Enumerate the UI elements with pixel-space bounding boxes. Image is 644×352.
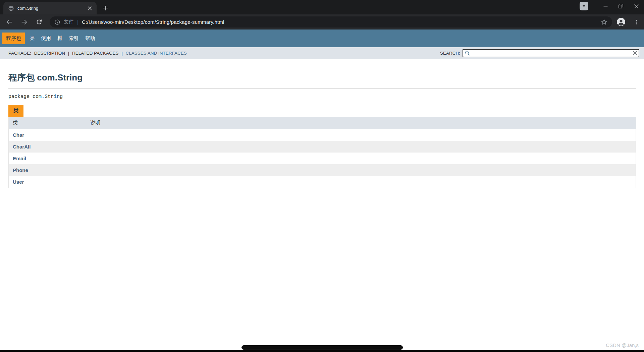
globe-favicon-icon	[8, 5, 14, 11]
class-link-email[interactable]: Email	[13, 156, 26, 161]
table-row: Char	[9, 129, 636, 141]
class-description	[86, 141, 636, 153]
javadoc-navbar: 程序包 类 使用 树 索引 帮助	[0, 30, 644, 47]
package-declaration: package com.String	[8, 94, 636, 100]
class-summary-section: 类 类 说明 Char CharAll Email	[8, 105, 636, 188]
table-caption-tab: 类	[8, 105, 23, 117]
table-header-row: 类 说明	[9, 117, 636, 129]
nav-item-index[interactable]: 索引	[68, 34, 79, 43]
tab-title: com.String	[17, 6, 87, 11]
nav-item-package: 程序包	[2, 33, 25, 44]
reload-icon[interactable]	[33, 16, 45, 28]
new-tab-button[interactable]	[101, 4, 110, 12]
minimize-button[interactable]	[598, 0, 613, 12]
search-label: SEARCH:	[440, 51, 460, 56]
browser-menu-kebab-icon[interactable]	[632, 18, 640, 26]
class-description	[86, 176, 636, 188]
class-link-user[interactable]: User	[13, 179, 24, 185]
column-header-description: 说明	[86, 117, 636, 129]
search-magnifier-icon	[465, 50, 470, 56]
browser-toolbar: 文件 | C:/Users/woo-min/Desktop/com/String…	[0, 14, 644, 30]
home-indicator-bar	[241, 345, 403, 350]
close-window-button[interactable]	[629, 0, 644, 12]
title-divider	[8, 89, 636, 89]
package-summary-page: 程序包 com.String package com.String 类 类 说明…	[0, 72, 644, 188]
forward-icon[interactable]	[18, 16, 30, 28]
table-row: User	[9, 176, 636, 188]
browser-tab-strip: com.String	[0, 0, 644, 14]
bottom-edge-line	[0, 350, 644, 352]
search-reset-icon[interactable]	[632, 50, 638, 56]
class-description	[86, 153, 636, 164]
subnav-package-label: PACKAGE:	[8, 51, 31, 56]
tab-close-icon[interactable]	[87, 5, 93, 12]
restore-button[interactable]	[613, 0, 629, 12]
class-description	[86, 164, 636, 176]
table-row: Phone	[9, 164, 636, 176]
page-title: 程序包 com.String	[8, 72, 636, 83]
bookmark-star-icon[interactable]	[600, 18, 608, 26]
class-link-char[interactable]: Char	[13, 132, 24, 138]
url-separator: |	[77, 19, 78, 25]
url-scheme-label: 文件	[64, 19, 74, 25]
nav-item-class[interactable]: 类	[29, 34, 35, 43]
nav-item-help[interactable]: 帮助	[85, 34, 96, 43]
nav-item-use[interactable]: 使用	[40, 34, 52, 43]
url-bar[interactable]: 文件 | C:/Users/woo-min/Desktop/com/String…	[50, 16, 612, 27]
back-icon[interactable]	[3, 16, 15, 28]
window-controls	[580, 0, 644, 12]
subnav-separator: |	[121, 51, 123, 56]
subnav-separator: |	[68, 51, 69, 56]
info-icon[interactable]	[54, 19, 60, 25]
class-link-phone[interactable]: Phone	[13, 167, 28, 173]
nav-item-tree[interactable]: 树	[57, 34, 63, 43]
subnav-classes-interfaces-link[interactable]: CLASSES AND INTERFACES	[125, 51, 186, 56]
browser-tab[interactable]: com.String	[3, 2, 97, 14]
class-description	[86, 129, 636, 141]
javadoc-subnav: PACKAGE: DESCRIPTION | RELATED PACKAGES …	[0, 47, 644, 59]
csdn-watermark: CSDN @Jan,s	[606, 342, 639, 348]
class-link-charall[interactable]: CharAll	[13, 144, 31, 150]
column-header-class: 类	[9, 117, 87, 129]
subnav-related-packages: RELATED PACKAGES	[72, 51, 118, 56]
profile-avatar[interactable]	[616, 17, 626, 26]
url-text[interactable]: C:/Users/woo-min/Desktop/com/String/pack…	[82, 19, 600, 25]
subnav-links: PACKAGE: DESCRIPTION | RELATED PACKAGES …	[8, 51, 189, 56]
search-area: SEARCH:	[440, 49, 639, 57]
class-summary-table: 类 说明 Char CharAll Email Phone	[8, 117, 636, 188]
table-row: CharAll	[9, 141, 636, 153]
subnav-description: DESCRIPTION	[34, 51, 65, 56]
search-input[interactable]	[463, 49, 639, 57]
table-row: Email	[9, 153, 636, 164]
dropdown-panel-icon[interactable]	[580, 2, 588, 10]
